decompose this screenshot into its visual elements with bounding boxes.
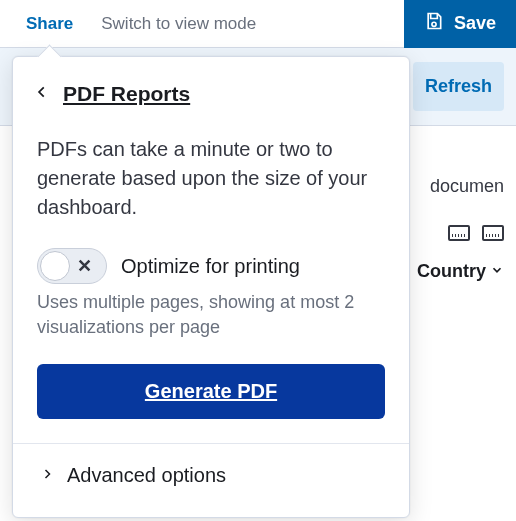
save-label: Save xyxy=(454,13,496,34)
popover-title: PDF Reports xyxy=(63,82,190,106)
share-button[interactable]: Share xyxy=(12,0,87,48)
advanced-options-label: Advanced options xyxy=(67,464,226,487)
back-icon[interactable] xyxy=(35,81,49,107)
chevron-right-icon xyxy=(41,465,53,487)
popover-header: PDF Reports xyxy=(13,57,409,125)
generate-pdf-button[interactable]: Generate PDF xyxy=(37,364,385,419)
svg-point-0 xyxy=(432,22,436,26)
share-popover: PDF Reports PDFs can take a minute or tw… xyxy=(12,56,410,518)
top-toolbar: Share Switch to view mode Save xyxy=(0,0,516,48)
toggle-thumb xyxy=(40,251,70,281)
keyboard-icon[interactable] xyxy=(448,225,470,241)
optimize-toggle-row: ✕ Optimize for printing xyxy=(37,248,385,284)
country-label: Country xyxy=(417,261,486,282)
save-button[interactable]: Save xyxy=(404,0,516,48)
popover-body: PDFs can take a minute or two to generat… xyxy=(13,125,409,517)
chevron-down-icon xyxy=(490,261,504,282)
popover-description: PDFs can take a minute or two to generat… xyxy=(37,135,385,222)
optimize-toggle-help: Uses multiple pages, showing at most 2 v… xyxy=(37,290,385,340)
switch-view-mode-button[interactable]: Switch to view mode xyxy=(87,0,270,48)
refresh-button[interactable]: Refresh xyxy=(413,62,504,111)
advanced-options-toggle[interactable]: Advanced options xyxy=(37,444,385,493)
toggle-off-icon: ✕ xyxy=(77,255,92,277)
keyboard-icon-2[interactable] xyxy=(482,225,504,241)
country-dropdown[interactable]: Country xyxy=(417,261,504,282)
optimize-toggle-label: Optimize for printing xyxy=(121,255,300,278)
save-icon xyxy=(424,11,444,36)
optimize-for-printing-toggle[interactable]: ✕ xyxy=(37,248,107,284)
